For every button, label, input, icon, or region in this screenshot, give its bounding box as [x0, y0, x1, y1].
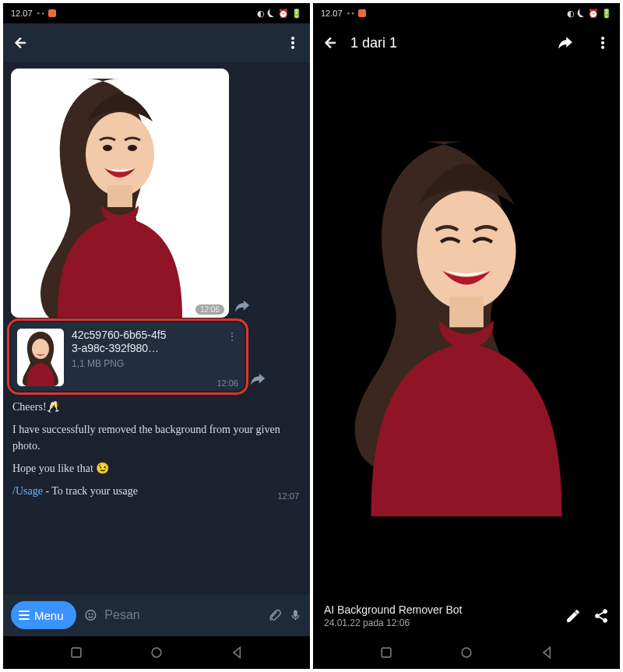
status-right: ◐ ⏾ ⏰ 🔋 — [257, 9, 302, 19]
status-app-indicator-icon — [48, 9, 56, 17]
edit-icon[interactable] — [565, 608, 581, 624]
bot-timestamp: 12:07 — [277, 490, 299, 503]
system-nav-bar — [313, 636, 620, 669]
file-meta: 42c59760-6b65-4f5 3-a98c-392f980… 1,1 MB… — [72, 329, 237, 386]
status-icons: ◐ ⏾ ⏰ 🔋 — [257, 9, 302, 19]
svg-point-7 — [128, 145, 137, 151]
status-right: ◐ ⏾ ⏰ 🔋 — [567, 9, 612, 19]
wink-icon: 😉 — [96, 462, 109, 474]
svg-point-20 — [417, 191, 516, 310]
status-time: 12.07 — [11, 9, 33, 18]
champagne-icon: 🥂 — [47, 400, 60, 413]
phone-right-viewer: 12.07 ▪ ▪ ◐ ⏾ ⏰ 🔋 1 dari 1 — [313, 3, 620, 669]
thumbnail-image — [17, 329, 64, 386]
svg-rect-13 — [294, 610, 297, 617]
nav-back-icon[interactable] — [230, 645, 245, 660]
share-icon[interactable] — [593, 608, 609, 624]
svg-point-2 — [291, 46, 294, 48]
back-icon[interactable] — [12, 35, 28, 51]
nav-back-icon[interactable] — [540, 645, 555, 660]
status-bar: 12.07 ▪ ▪ ◐ ⏾ ⏰ 🔋 — [313, 3, 620, 23]
file-thumbnail — [17, 329, 64, 386]
file-name-line2: 3-a98c-392f980… — [72, 342, 237, 355]
message-photo[interactable]: 12:06 — [11, 69, 229, 318]
image-viewer[interactable] — [313, 62, 620, 596]
svg-point-23 — [596, 614, 600, 618]
svg-point-11 — [88, 614, 90, 615]
bot-cheers-text: Cheers! — [12, 401, 47, 413]
svg-rect-5 — [107, 185, 132, 207]
viewer-footer: AI Background Remover Bot 24.01.22 pada … — [313, 596, 620, 636]
svg-point-18 — [601, 46, 604, 48]
forward-icon[interactable] — [558, 35, 573, 51]
svg-point-6 — [103, 145, 112, 151]
message-input[interactable] — [104, 608, 260, 622]
bot-line-hope: Hope you like that 😉 — [12, 460, 301, 477]
bot-hope-text: Hope you like that — [12, 463, 93, 474]
viewer-header: 1 dari 1 — [313, 23, 620, 62]
status-time: 12.07 — [321, 9, 343, 18]
status-dots: ▪ ▪ — [37, 9, 44, 17]
message-photo-row: 12:06 — [11, 69, 302, 318]
attach-icon[interactable] — [268, 605, 281, 625]
chat-messages[interactable]: 12:06 42c59760-6b65-4f5 3-a98 — [3, 62, 310, 594]
more-icon[interactable] — [285, 35, 301, 51]
back-icon[interactable] — [322, 35, 338, 51]
viewer-caption: AI Background Remover Bot 24.01.22 pada … — [324, 603, 553, 628]
portrait-image-white-bg — [11, 69, 229, 318]
usage-rest: - To track your usage — [43, 485, 138, 497]
nav-home-icon[interactable] — [459, 645, 474, 660]
viewer-counter: 1 dari 1 — [350, 35, 397, 51]
svg-point-12 — [91, 614, 93, 615]
forward-icon[interactable] — [249, 371, 266, 388]
status-dots: ▪ ▪ — [347, 9, 354, 17]
phone-left-chat: 12.07 ▪ ▪ ◐ ⏾ ⏰ 🔋 — [3, 3, 310, 669]
forward-icon[interactable] — [234, 297, 251, 315]
nav-recent-icon[interactable] — [69, 645, 84, 660]
file-name-line1: 42c59760-6b65-4f5 — [72, 329, 237, 342]
emoji-picker-icon[interactable] — [84, 605, 97, 625]
menu-button[interactable]: Menu — [11, 601, 76, 629]
more-icon[interactable] — [595, 35, 611, 51]
status-bar: 12.07 ▪ ▪ ◐ ⏾ ⏰ 🔋 — [3, 3, 310, 23]
chat-header — [3, 23, 310, 62]
svg-rect-25 — [382, 648, 391, 657]
svg-point-9 — [32, 339, 49, 359]
bot-line-success: I have successfully removed the backgrou… — [12, 421, 301, 454]
status-icons: ◐ ⏾ ⏰ 🔋 — [567, 9, 612, 19]
photo-timestamp: 12:06 — [195, 304, 224, 315]
message-input-bar: Menu — [3, 594, 310, 636]
svg-rect-14 — [72, 648, 81, 657]
viewer-caption-sub: 24.01.22 pada 12:06 — [324, 617, 553, 628]
status-app-indicator-icon — [358, 9, 366, 17]
svg-point-16 — [601, 37, 604, 40]
svg-point-17 — [601, 41, 604, 44]
menu-bars-icon — [19, 610, 30, 620]
svg-point-0 — [291, 37, 294, 40]
usage-command-link[interactable]: /Usage — [12, 485, 43, 497]
svg-point-1 — [291, 41, 294, 44]
svg-point-24 — [604, 618, 607, 622]
nav-recent-icon[interactable] — [378, 645, 394, 660]
system-nav-bar — [3, 636, 310, 669]
svg-point-22 — [604, 610, 607, 614]
nav-home-icon[interactable] — [149, 645, 164, 660]
portrait-image-transparent-bg — [313, 62, 620, 596]
file-more-icon[interactable]: ⋮ — [227, 330, 238, 343]
file-size: 1,1 MB PNG — [72, 358, 237, 369]
svg-point-10 — [86, 610, 96, 621]
message-file-row: 42c59760-6b65-4f5 3-a98c-392f980… 1,1 MB… — [11, 322, 302, 391]
file-timestamp: 12:06 — [216, 378, 238, 388]
bot-line-usage: /Usage - To track your usage — [12, 483, 301, 499]
bot-line-cheers: Cheers!🥂 — [12, 399, 301, 415]
menu-label: Menu — [34, 609, 64, 622]
viewer-caption-title: AI Background Remover Bot — [324, 603, 553, 616]
svg-point-15 — [152, 648, 161, 657]
file-attachment[interactable]: 42c59760-6b65-4f5 3-a98c-392f980… 1,1 MB… — [11, 322, 245, 391]
bot-text-message[interactable]: Cheers!🥂 I have successfully removed the… — [11, 396, 302, 502]
mic-icon[interactable] — [289, 605, 302, 625]
svg-rect-21 — [449, 297, 484, 327]
svg-point-26 — [462, 648, 471, 657]
svg-point-4 — [86, 112, 154, 196]
